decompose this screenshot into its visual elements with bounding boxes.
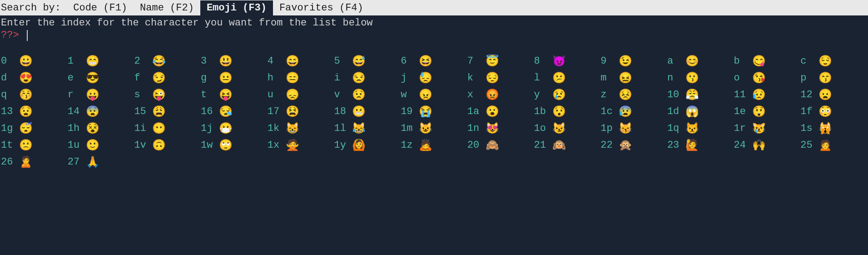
emoji-cell[interactable]: t 😝 (201, 88, 268, 101)
emoji-cell[interactable]: 24🙌 (734, 139, 801, 152)
tab-name[interactable]: Name (F2) (134, 0, 200, 15)
emoji-cell[interactable]: 1b😯 (534, 105, 601, 118)
emoji-cell[interactable]: 1x🙅 (268, 139, 334, 152)
emoji-cell[interactable]: 1h😵 (68, 122, 134, 135)
emoji-char: 😕 (552, 71, 566, 85)
emoji-cell[interactable]: 21🙉 (534, 139, 601, 152)
emoji-cell[interactable]: 0 😀 (1, 55, 68, 68)
emoji-cell[interactable]: 1a😮 (467, 105, 534, 118)
emoji-cell[interactable]: 23🙋 (667, 139, 734, 152)
emoji-index: 0 (1, 55, 15, 67)
emoji-cell[interactable]: 14😨 (68, 105, 134, 118)
emoji-cell[interactable]: 18😬 (334, 105, 401, 118)
emoji-cell[interactable]: 1q😾 (667, 122, 734, 135)
emoji-index: c (800, 55, 814, 67)
emoji-char: 😦 (818, 88, 832, 101)
emoji-cell[interactable]: y 😢 (534, 88, 601, 101)
emoji-cell[interactable]: 17😫 (268, 105, 334, 118)
emoji-cell[interactable]: n 😗 (667, 71, 734, 85)
emoji-index: 1u (68, 140, 81, 151)
emoji-cell[interactable]: j 😓 (401, 71, 467, 85)
emoji-cell[interactable]: 7 😇 (467, 55, 534, 68)
emoji-cell[interactable]: 22🙊 (600, 139, 667, 152)
emoji-cell[interactable]: r 😛 (68, 88, 134, 101)
emoji-cell[interactable]: 10😤 (667, 88, 734, 101)
emoji-cell[interactable]: g 😐 (201, 71, 268, 85)
emoji-cell[interactable]: m 😖 (600, 71, 667, 85)
emoji-cell[interactable]: s 😜 (134, 88, 201, 101)
emoji-cell[interactable]: z 😣 (600, 88, 667, 101)
emoji-index: j (401, 72, 414, 84)
emoji-cell[interactable]: 1u🙂 (68, 139, 134, 152)
emoji-char: 😍 (19, 71, 33, 85)
emoji-char: 😢 (552, 88, 566, 101)
emoji-cell[interactable]: 1k😸 (268, 122, 334, 135)
tab-code[interactable]: Code (F1) (67, 0, 134, 15)
emoji-char: 😏 (152, 71, 166, 85)
emoji-cell[interactable]: 13😧 (1, 105, 68, 118)
emoji-cell[interactable]: 1n😻 (467, 122, 534, 135)
emoji-cell[interactable]: 1t🙁 (1, 139, 68, 152)
emoji-index: e (68, 72, 81, 84)
emoji-index: 20 (467, 140, 481, 151)
emoji-cell[interactable]: 27🙏 (68, 155, 134, 169)
emoji-cell[interactable]: 4 😄 (268, 55, 334, 68)
emoji-cell[interactable]: 1e😲 (734, 105, 801, 118)
emoji-index: 1l (334, 123, 347, 134)
emoji-char: 😬 (352, 105, 366, 118)
emoji-cell[interactable]: a 😊 (667, 55, 734, 68)
emoji-cell[interactable]: l 😕 (534, 71, 601, 85)
emoji-cell[interactable]: w 😠 (401, 88, 467, 101)
emoji-cell[interactable]: v 😟 (334, 88, 401, 101)
emoji-cell[interactable]: 16😪 (201, 105, 268, 118)
emoji-cell[interactable]: 1s🙀 (800, 122, 867, 135)
emoji-index: 1m (401, 123, 414, 134)
emoji-cell[interactable]: k 😔 (467, 71, 534, 85)
emoji-cell[interactable]: 1i😶 (134, 122, 201, 135)
emoji-cell[interactable]: 9 😉 (600, 55, 667, 68)
emoji-cell[interactable]: 1w🙄 (201, 139, 268, 152)
emoji-cell[interactable]: 6 😆 (401, 55, 467, 68)
emoji-cell[interactable]: o 😘 (734, 71, 801, 85)
emoji-cell[interactable]: 1p😽 (600, 122, 667, 135)
emoji-cell[interactable]: 1c😰 (600, 105, 667, 118)
tab-favorites[interactable]: Favorites (F4) (273, 0, 370, 15)
emoji-cell[interactable]: 2 😂 (134, 55, 201, 68)
emoji-cell[interactable]: 19😭 (401, 105, 467, 118)
emoji-cell[interactable]: 1l😹 (334, 122, 401, 135)
emoji-cell[interactable]: 1o😼 (534, 122, 601, 135)
emoji-cell[interactable]: e 😎 (68, 71, 134, 85)
emoji-cell[interactable]: p 😙 (800, 71, 867, 85)
emoji-cell[interactable]: 1r😿 (734, 122, 801, 135)
emoji-cell[interactable]: x 😡 (467, 88, 534, 101)
emoji-cell[interactable]: 1z🙇 (401, 139, 467, 152)
emoji-cell[interactable]: i 😒 (334, 71, 401, 85)
emoji-cell[interactable]: 1m😺 (401, 122, 467, 135)
emoji-cell[interactable]: 3 😃 (201, 55, 268, 68)
emoji-cell[interactable]: 26🙎 (1, 155, 68, 169)
emoji-cell[interactable]: u 😞 (268, 88, 334, 101)
emoji-cell[interactable]: 5 😅 (334, 55, 401, 68)
emoji-cell[interactable]: 15😩 (134, 105, 201, 118)
prompt-line[interactable]: ??> (0, 30, 868, 50)
emoji-cell[interactable]: d 😍 (1, 71, 68, 85)
emoji-cell[interactable]: 11😥 (734, 88, 801, 101)
emoji-cell[interactable]: 1y🙆 (334, 139, 401, 152)
emoji-cell[interactable]: h 😑 (268, 71, 334, 85)
emoji-cell[interactable]: b 😋 (734, 55, 801, 68)
emoji-cell[interactable]: 20🙈 (467, 139, 534, 152)
emoji-char: 😵 (86, 122, 99, 135)
emoji-cell[interactable]: 1j😷 (201, 122, 268, 135)
emoji-cell[interactable]: 25🙍 (800, 139, 867, 152)
emoji-cell[interactable]: 1 😁 (68, 55, 134, 68)
emoji-cell[interactable]: q 😚 (1, 88, 68, 101)
emoji-cell[interactable]: 1f😳 (800, 105, 867, 118)
emoji-cell[interactable]: 8 😈 (534, 55, 601, 68)
emoji-cell[interactable]: 12😦 (800, 88, 867, 101)
tab-emoji[interactable]: Emoji (F3) (200, 0, 273, 15)
emoji-cell[interactable]: c 😌 (800, 55, 867, 68)
emoji-cell[interactable]: 1g😴 (1, 122, 68, 135)
emoji-cell[interactable]: 1v🙃 (134, 139, 201, 152)
emoji-cell[interactable]: 1d😱 (667, 105, 734, 118)
emoji-cell[interactable]: f 😏 (134, 71, 201, 85)
